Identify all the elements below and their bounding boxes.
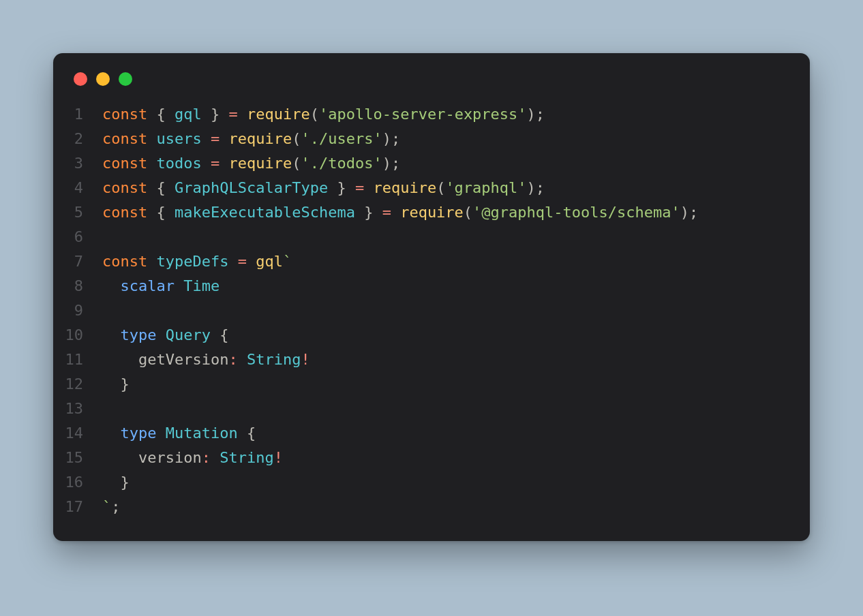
code-line: 1const { gql } = require('apollo-server-… — [53, 102, 810, 127]
line-content: type Mutation { — [102, 421, 810, 446]
code-line: 11 getVersion: String! — [53, 348, 810, 372]
code-token: const — [102, 106, 147, 123]
code-line: 8 scalar Time — [53, 274, 810, 298]
code-token — [202, 155, 211, 172]
code-token: { — [147, 204, 175, 221]
line-content: } — [102, 470, 810, 495]
code-token: ( — [464, 204, 472, 221]
code-token: GraphQLScalarType — [175, 179, 328, 196]
code-token: version — [138, 449, 202, 466]
line-content: const users = require('./users'); — [102, 127, 810, 151]
code-line: 9 — [53, 298, 810, 323]
line-content: const { GraphQLScalarType } = require('g… — [102, 176, 810, 200]
code-token: ` — [102, 498, 111, 515]
code-token: { — [147, 106, 175, 123]
line-content: const { gql } = require('apollo-server-e… — [102, 102, 810, 127]
code-token — [175, 277, 183, 294]
code-token: } — [102, 474, 130, 491]
code-token: } — [102, 375, 130, 392]
code-token: require — [247, 106, 310, 123]
code-line: 16 } — [53, 470, 810, 495]
code-token: ); — [382, 155, 401, 172]
line-number: 10 — [53, 323, 102, 348]
line-content: getVersion: String! — [102, 348, 810, 372]
code-token: require — [400, 204, 464, 221]
code-token — [391, 204, 400, 221]
code-token: require — [228, 155, 292, 172]
code-token: { — [147, 179, 175, 196]
line-number: 9 — [53, 298, 102, 323]
code-token: const — [102, 130, 147, 147]
line-number: 8 — [53, 274, 102, 298]
code-token: require — [228, 130, 292, 147]
line-number: 15 — [53, 446, 102, 470]
line-number: 1 — [53, 102, 102, 127]
code-token — [147, 155, 156, 172]
line-number: 13 — [53, 397, 102, 421]
code-token: = — [238, 253, 247, 270]
line-content: } — [102, 372, 810, 397]
code-token: ( — [292, 155, 301, 172]
code-token: ); — [382, 130, 401, 147]
code-token: ( — [436, 179, 445, 196]
maximize-icon[interactable] — [119, 72, 132, 86]
line-number: 7 — [53, 249, 102, 274]
line-content: const typeDefs = gql` — [102, 249, 810, 274]
code-token — [238, 351, 247, 368]
code-token — [228, 253, 237, 270]
code-token: = — [211, 130, 219, 147]
code-token: } — [202, 106, 229, 123]
code-token: 'apollo-server-express' — [319, 106, 527, 123]
line-content — [102, 298, 810, 323]
line-number: 12 — [53, 372, 102, 397]
code-token — [102, 449, 138, 466]
line-content — [102, 397, 810, 421]
code-token — [102, 326, 121, 343]
code-line: 3const todos = require('./todos'); — [53, 151, 810, 176]
code-token: { — [238, 425, 256, 442]
code-token — [219, 130, 228, 147]
line-content: scalar Time — [102, 274, 810, 298]
code-token: scalar — [121, 277, 175, 294]
code-token: ( — [310, 106, 319, 123]
code-token: = — [382, 204, 391, 221]
code-line: 13 — [53, 397, 810, 421]
code-token: gql — [175, 106, 202, 123]
code-token — [156, 425, 165, 442]
code-token: String — [219, 449, 273, 466]
code-token: ); — [680, 204, 699, 221]
code-token: './todos' — [301, 155, 382, 172]
code-token — [219, 155, 228, 172]
code-token: './users' — [301, 130, 382, 147]
code-token: ! — [301, 351, 309, 368]
close-icon[interactable] — [74, 72, 87, 86]
line-number: 5 — [53, 200, 102, 225]
code-editor[interactable]: 1const { gql } = require('apollo-server-… — [53, 102, 810, 519]
code-token: ( — [292, 130, 301, 147]
code-line: 17`; — [53, 495, 810, 519]
line-content: version: String! — [102, 446, 810, 470]
code-token — [147, 130, 156, 147]
minimize-icon[interactable] — [96, 72, 110, 86]
code-token — [238, 106, 247, 123]
code-token: ! — [274, 449, 283, 466]
code-token: gql — [256, 253, 283, 270]
line-number: 6 — [53, 225, 102, 249]
code-token: users — [156, 130, 201, 147]
code-token: } — [355, 204, 382, 221]
code-token: = — [355, 179, 364, 196]
line-content — [102, 225, 810, 249]
code-token — [247, 253, 256, 270]
window-titlebar — [53, 72, 810, 102]
line-number: 14 — [53, 421, 102, 446]
code-token: type — [121, 425, 157, 442]
code-line: 10 type Query { — [53, 323, 810, 348]
line-number: 4 — [53, 176, 102, 200]
code-line: 5const { makeExecutableSchema } = requir… — [53, 200, 810, 225]
code-line: 7const typeDefs = gql` — [53, 249, 810, 274]
line-number: 11 — [53, 348, 102, 372]
code-token: 'graphql' — [445, 179, 526, 196]
code-token — [211, 449, 219, 466]
code-token: todos — [156, 155, 201, 172]
code-token — [364, 179, 373, 196]
